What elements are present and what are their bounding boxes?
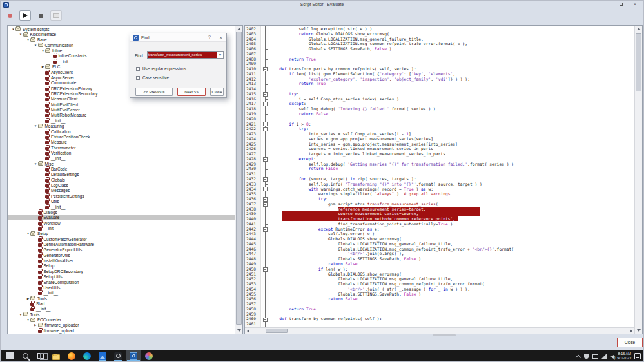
chevron-up-icon[interactable]	[576, 354, 581, 359]
find-dialog-titlebar[interactable]: Find ? ×	[130, 33, 226, 42]
fold-collapse-icon[interactable]	[263, 197, 268, 202]
taskbar-script-editor-icon[interactable]	[126, 350, 141, 361]
tree-item-firmwareuploader[interactable]: ▶firmware_uploader	[8, 323, 235, 328]
action-center-icon[interactable]	[634, 353, 641, 359]
next-button[interactable]: Next >>	[177, 88, 206, 96]
taskbar-firefox-icon[interactable]	[64, 350, 79, 361]
fold-collapse-icon[interactable]	[263, 177, 268, 182]
chevron-down-icon[interactable]: ▼	[217, 52, 223, 58]
tree-item-multirobotmeasure[interactable]: MultiRobotMeasure	[8, 113, 235, 118]
case-checkbox[interactable]	[136, 76, 140, 80]
expanded-arrow-icon[interactable]: ▼	[34, 124, 38, 128]
expanded-arrow-icon[interactable]: ▼	[19, 313, 23, 316]
tree-item-multievalclient[interactable]: MultiEvalClient	[8, 102, 235, 107]
tree-item-misc[interactable]: ▼Misc	[8, 161, 235, 166]
tree-item-init[interactable]: __init__	[8, 204, 235, 209]
tree-item-init[interactable]: __init__	[8, 118, 235, 123]
tree-item-firmwareupload[interactable]: firmware_upload	[8, 328, 235, 333]
expanded-arrow-icon[interactable]: ▼	[34, 44, 38, 47]
tree-item-persistentsettings[interactable]: PersistentSettings	[8, 193, 235, 198]
close-dialog-icon[interactable]: ×	[220, 35, 222, 41]
tree-item-measuring[interactable]: ▼Measuring	[8, 123, 235, 128]
search-input[interactable]: transform_measurement_series ▼	[147, 51, 224, 59]
fold-collapse-icon[interactable]	[263, 122, 268, 126]
fold-collapse-icon[interactable]	[263, 92, 268, 97]
fold-collapse-icon[interactable]	[263, 67, 268, 71]
tree-item-fixturepositioncheck[interactable]: FixturePositionCheck	[8, 134, 235, 139]
record-button[interactable]	[4, 10, 15, 21]
tree-vertical-scrollbar[interactable]	[235, 26, 242, 334]
fold-collapse-icon[interactable]	[263, 202, 268, 207]
expanded-arrow-icon[interactable]: ▼	[11, 28, 15, 31]
fold-collapse-icon[interactable]	[263, 227, 268, 232]
shield-icon[interactable]	[584, 354, 589, 359]
fold-collapse-icon[interactable]	[263, 157, 268, 162]
regex-checkbox[interactable]	[136, 67, 140, 71]
tree-scrollbar-thumb[interactable]	[236, 32, 242, 325]
editor-scrollbar-thumb[interactable]	[636, 33, 641, 91]
stop-button[interactable]	[35, 10, 46, 21]
expanded-arrow-icon[interactable]: ▼	[34, 162, 38, 166]
taskbar-edge-icon[interactable]	[79, 350, 95, 361]
splitter-handle[interactable]	[433, 334, 456, 336]
scroll-left-arrow[interactable]	[247, 329, 249, 333]
scroll-down-arrow[interactable]	[237, 329, 241, 332]
tree-item-setuputils[interactable]: SetupUtils	[8, 274, 235, 280]
scroll-up-arrow[interactable]	[237, 28, 241, 30]
editor-horizontal-scrollbar[interactable]	[245, 327, 634, 334]
code-area[interactable]: self.log.exception( str( e ) ) return Gl…	[269, 26, 634, 327]
expanded-arrow-icon[interactable]: ▼	[41, 49, 45, 52]
tree-item-foconverter[interactable]: ▼FOConverter	[8, 317, 235, 322]
tree-item-system scripts[interactable]: ▼System scripts	[8, 26, 235, 32]
dialog-close-button[interactable]: Close	[210, 88, 224, 96]
tree-item-setup[interactable]: ▼Setup	[8, 231, 235, 236]
tree-item-custompatchgenerator[interactable]: CustomPatchGenerator	[8, 236, 235, 242]
fold-collapse-icon[interactable]	[263, 102, 268, 106]
previous-button[interactable]: << Previous	[135, 88, 173, 96]
tree-item-tools[interactable]: ▼Tools	[8, 312, 235, 317]
editor-vertical-scrollbar[interactable]	[634, 26, 642, 334]
fold-collapse-icon[interactable]	[263, 267, 268, 272]
tree-item-logclass[interactable]: LogClass	[8, 182, 235, 187]
collapsed-arrow-icon[interactable]: ▶	[41, 65, 45, 68]
tree-item-init[interactable]: __init__	[8, 307, 235, 312]
tree-item-workflow[interactable]: Workflow	[8, 220, 235, 225]
taskbar-start-icon[interactable]	[2, 350, 17, 361]
tree-item-multievalserver[interactable]: MultiEvalServer	[8, 107, 235, 112]
taskbar-task-view-icon[interactable]	[33, 350, 48, 361]
collapsed-arrow-icon[interactable]: ▶	[34, 323, 38, 327]
tree-item-defaultsettings[interactable]: DefaultSettings	[8, 172, 235, 177]
tree-item-measure[interactable]: Measure	[8, 140, 235, 145]
tree-item-calibration[interactable]: Calibration	[8, 129, 235, 134]
tree-item-init[interactable]: __init__	[8, 156, 235, 161]
taskbar-gom-inspect-icon[interactable]	[110, 350, 126, 361]
tree-item-globals[interactable]: Globals	[8, 177, 235, 182]
fold-margin[interactable]	[262, 26, 269, 327]
tree-item-thermometer[interactable]: Thermometer	[8, 145, 235, 150]
collapsed-arrow-icon[interactable]: ▶	[26, 297, 30, 300]
tree-item-generatorexportutils[interactable]: GeneratorExportUtils	[8, 247, 235, 252]
tree-item-evaluate[interactable]: Evaluate	[8, 215, 235, 220]
fold-collapse-icon[interactable]	[263, 127, 268, 131]
tree-item-start[interactable]: Start	[8, 301, 235, 306]
tree-item-verification[interactable]: Verification	[8, 150, 235, 155]
expanded-arrow-icon[interactable]: ▼	[26, 318, 30, 321]
restore-button[interactable]	[614, 1, 628, 8]
network-icon[interactable]	[601, 354, 607, 359]
monitor-icon[interactable]	[592, 354, 598, 359]
volume-icon[interactable]	[610, 355, 614, 359]
close-window-button[interactable]: ×	[628, 1, 642, 8]
minimize-button[interactable]: –	[600, 1, 614, 8]
scroll-right-arrow[interactable]	[630, 329, 632, 333]
fold-collapse-icon[interactable]	[263, 318, 268, 322]
expanded-arrow-icon[interactable]: ▼	[26, 232, 30, 235]
play-button[interactable]	[19, 10, 31, 21]
help-button[interactable]: ?	[208, 35, 211, 39]
expanded-arrow-icon[interactable]: ▼	[19, 33, 23, 36]
editor-hscrollbar-thumb[interactable]	[266, 329, 288, 333]
steps-button[interactable]	[50, 10, 62, 21]
close-button[interactable]: Close	[617, 338, 643, 347]
tray-clock[interactable]: 8:16 AM 9/1/2023	[617, 352, 631, 360]
taskbar-misc-app-icon[interactable]	[141, 350, 157, 361]
tree-item-init[interactable]: __init__	[8, 225, 235, 231]
